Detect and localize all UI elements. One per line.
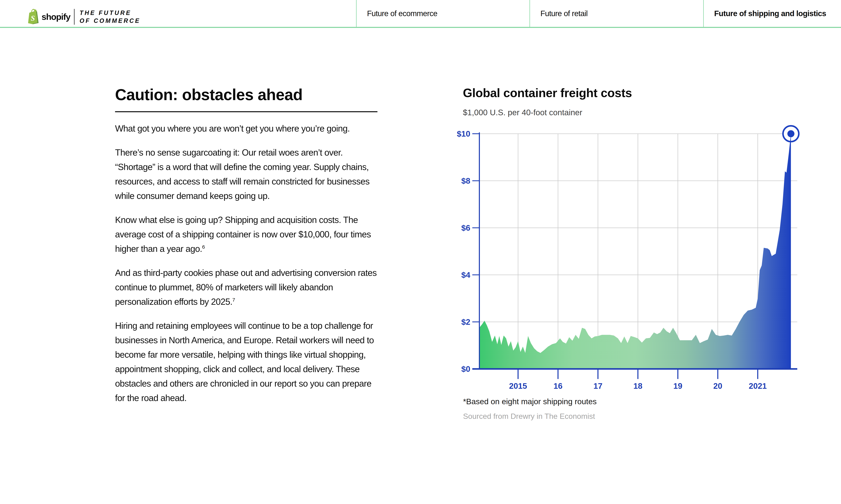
tab-label: Future of retail — [540, 9, 588, 18]
freight-cost-area — [479, 134, 791, 369]
tab-future-of-ecommerce[interactable]: Future of ecommerce — [356, 0, 530, 27]
article-paragraph: There’s no sense sugarcoating it: Our re… — [115, 145, 377, 203]
x-tick-label: 2015 — [509, 381, 527, 391]
y-tick-label: $2 — [461, 318, 470, 326]
y-tick-label: $8 — [461, 176, 470, 185]
tab-label: Future of shipping and logistics — [714, 9, 826, 18]
x-tick-label: 2021 — [749, 381, 767, 391]
x-tick-label: 18 — [633, 381, 642, 391]
report-tagline: THE FUTURE OF COMMERCE — [80, 9, 140, 25]
y-tick-label: $10 — [457, 129, 470, 138]
chart-subtitle: $1,000 U.S. per 40-foot container — [463, 108, 582, 117]
brand-divider — [74, 9, 74, 25]
tab-future-of-shipping-and-logistics[interactable]: Future of shipping and logistics — [703, 0, 841, 27]
x-tick-label: 20 — [713, 381, 722, 391]
chart-title: Global container freight costs — [463, 86, 632, 100]
brand: S shopify THE FUTURE OF COMMERCE — [28, 8, 140, 25]
tab-future-of-retail[interactable]: Future of retail — [530, 0, 703, 27]
article-paragraph: Know what else is going up? Shipping and… — [115, 213, 377, 256]
footnote-marker: 7 — [232, 297, 235, 303]
x-tick-label: 17 — [594, 381, 602, 391]
tagline-line2: OF COMMERCE — [80, 17, 140, 24]
footnote-marker: 6 — [202, 244, 205, 250]
freight-cost-area-chart: $0$2$4$6$8$10201516171819202021 — [452, 118, 809, 403]
chart-source: Sourced from Drewry in The Economist — [463, 412, 595, 421]
shopify-wordmark: shopify — [41, 12, 70, 22]
title-rule — [115, 111, 377, 112]
article-paragraph: Hiring and retaining employees will cont… — [115, 319, 377, 405]
article-paragraph: What got you where you are won’t get you… — [115, 121, 377, 136]
article-body: What got you where you are won’t get you… — [115, 121, 377, 405]
y-tick-label: $0 — [461, 364, 470, 374]
article-paragraph: And as third-party cookies phase out and… — [115, 266, 377, 309]
page-title: Caution: obstacles ahead — [115, 86, 377, 104]
x-tick-label: 16 — [553, 381, 563, 391]
y-tick-label: $4 — [461, 270, 470, 280]
tab-label: Future of ecommerce — [367, 9, 437, 18]
article-column: Caution: obstacles ahead What got you wh… — [115, 86, 377, 415]
endpoint-dot — [787, 130, 794, 137]
svg-text:S: S — [31, 14, 35, 22]
header: S shopify THE FUTURE OF COMMERCE Future … — [0, 0, 841, 28]
tagline-line1: THE FUTURE — [80, 10, 131, 16]
x-tick-label: 19 — [673, 381, 682, 391]
y-tick-label: $6 — [461, 223, 470, 232]
chart-footnote: *Based on eight major shipping routes — [463, 397, 597, 406]
shopify-bag-icon: S — [28, 8, 39, 25]
